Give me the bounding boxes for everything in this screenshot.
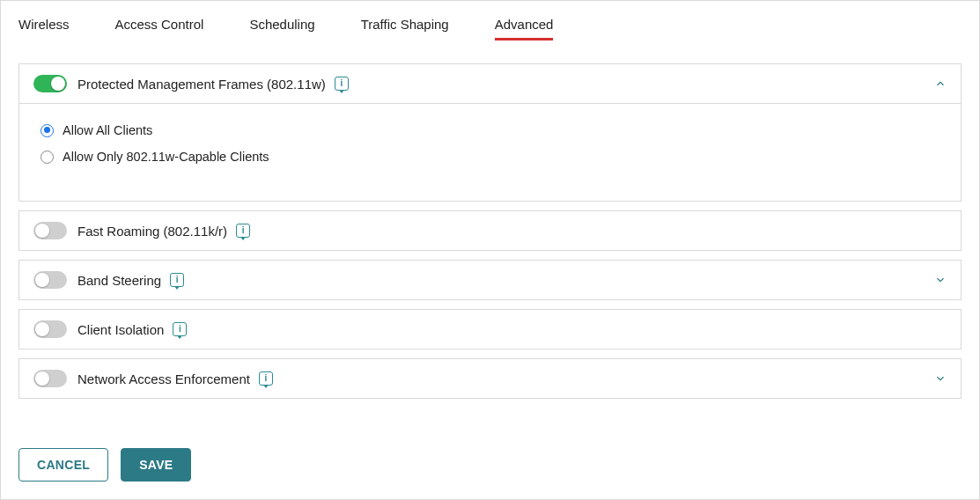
tabs: Wireless Access Control Scheduling Traff… [18,1,962,48]
radio-icon [41,124,54,137]
info-glyph: i [242,226,245,235]
save-button[interactable]: SAVE [121,448,191,482]
toggle-fast-roaming[interactable] [33,222,67,239]
panel-band-steering: Band Steering i [18,260,962,300]
panel-client-isolation: Client Isolation i [18,309,962,349]
radio-allow-80211w-only-label: Allow Only 802.11w-Capable Clients [63,150,269,164]
chevron-up-icon[interactable] [934,77,947,90]
info-icon[interactable]: i [173,322,187,336]
toggle-client-isolation[interactable] [33,320,67,338]
settings-panels: Protected Management Frames (802.11w) i … [18,63,962,399]
radio-icon [41,151,54,164]
toggle-pmf[interactable] [33,75,67,92]
panel-band-steering-label: Band Steering [77,273,161,288]
panel-pmf-header: Protected Management Frames (802.11w) i [19,64,961,103]
panel-pmf-label: Protected Management Frames (802.11w) [77,77,326,92]
info-glyph: i [265,374,268,383]
tab-wireless[interactable]: Wireless [18,17,70,37]
advanced-settings-page: Wireless Access Control Scheduling Traff… [0,0,980,500]
panel-pmf: Protected Management Frames (802.11w) i … [18,63,962,202]
radio-allow-all-label: Allow All Clients [63,123,152,137]
info-glyph: i [340,79,343,88]
toggle-nae[interactable] [33,370,67,387]
chevron-down-icon[interactable] [934,372,947,385]
tab-traffic-shaping[interactable]: Traffic Shaping [361,17,449,37]
info-icon[interactable]: i [236,224,250,238]
radio-allow-all[interactable]: Allow All Clients [41,123,939,137]
info-icon[interactable]: i [335,77,349,91]
panel-fast-roaming-label: Fast Roaming (802.11k/r) [77,224,227,239]
toggle-band-steering[interactable] [33,271,67,289]
panel-client-isolation-label: Client Isolation [77,322,164,337]
info-glyph: i [176,276,179,284]
tab-access-control[interactable]: Access Control [115,17,204,37]
info-icon[interactable]: i [259,371,273,386]
action-buttons: CANCEL SAVE [18,448,191,482]
panel-fast-roaming: Fast Roaming (802.11k/r) i [18,210,962,251]
cancel-button[interactable]: CANCEL [18,448,108,482]
panel-pmf-body: Allow All Clients Allow Only 802.11w-Cap… [19,103,961,201]
info-glyph: i [179,325,181,334]
panel-fast-roaming-header: Fast Roaming (802.11k/r) i [19,211,961,250]
panel-nae: Network Access Enforcement i [18,358,962,399]
panel-client-isolation-header: Client Isolation i [19,310,961,349]
tab-advanced[interactable]: Advanced [495,17,554,37]
tab-scheduling[interactable]: Scheduling [249,17,314,37]
panel-nae-header: Network Access Enforcement i [19,359,961,398]
info-icon[interactable]: i [170,273,184,287]
radio-allow-80211w-only[interactable]: Allow Only 802.11w-Capable Clients [41,150,939,164]
panel-nae-label: Network Access Enforcement [77,371,250,386]
panel-band-steering-header: Band Steering i [19,261,961,299]
chevron-down-icon[interactable] [934,274,947,286]
